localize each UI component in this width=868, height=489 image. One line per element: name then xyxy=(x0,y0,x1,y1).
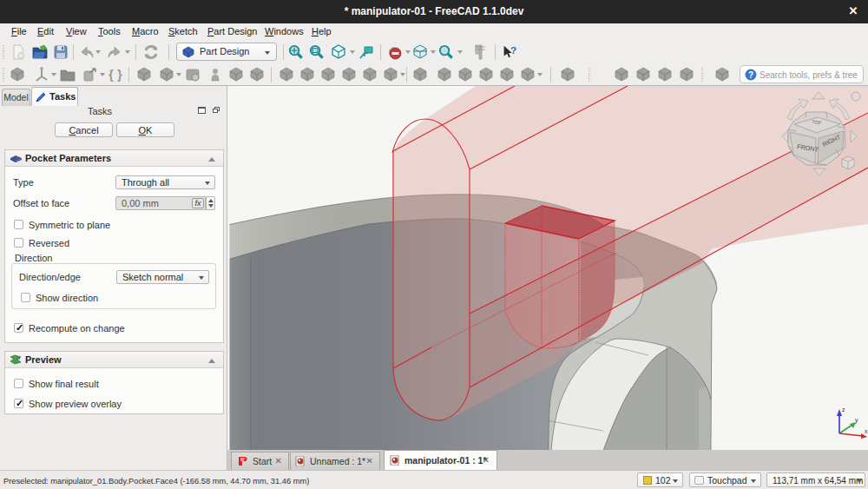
svg-text:x: x xyxy=(865,428,868,434)
svg-text:?: ? xyxy=(748,70,753,80)
svg-text:?: ? xyxy=(510,44,516,56)
svg-text:{ }: { } xyxy=(108,67,122,82)
svg-text:z: z xyxy=(842,406,845,413)
svg-text:y: y xyxy=(855,417,858,424)
